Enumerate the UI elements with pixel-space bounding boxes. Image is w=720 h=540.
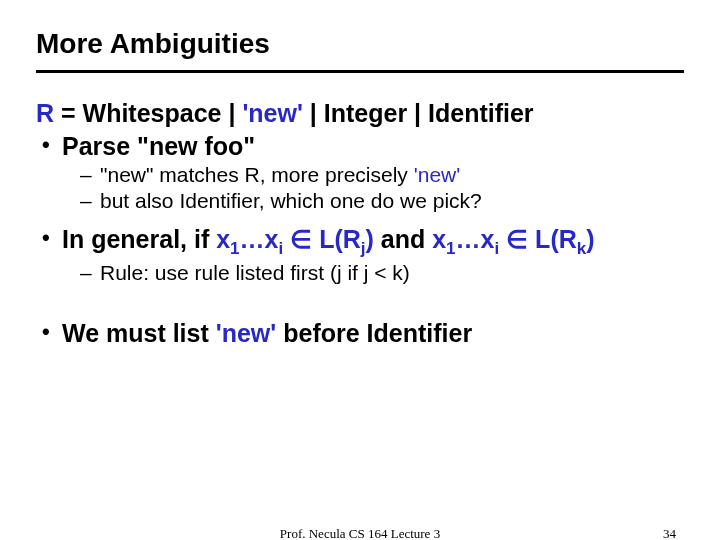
- slide: More Ambiguities R = Whitespace | 'new' …: [0, 0, 720, 348]
- gen-in: ∈: [283, 225, 319, 253]
- gen-sub1: 1: [230, 239, 239, 258]
- rdef-rhs-a: Whitespace |: [83, 99, 243, 127]
- gen-cl2: ): [586, 225, 594, 253]
- grammar-definition: R = Whitespace | 'new' | Integer | Ident…: [36, 99, 684, 128]
- gen-cl: ): [366, 225, 374, 253]
- subbullet-match-a: "new" matches R, more precisely: [100, 163, 414, 186]
- bullet-list-3: We must list 'new' before Identifier: [36, 319, 684, 348]
- bullet-mustlist: We must list 'new' before Identifier: [36, 319, 684, 348]
- gen-lrj: L(R: [319, 225, 361, 253]
- gen-a: In general, if: [62, 225, 216, 253]
- gen-xib: x: [481, 225, 495, 253]
- gen-sub1b: 1: [446, 239, 455, 258]
- gen-inb: ∈: [499, 225, 535, 253]
- subbullet-list-2: Rule: use rule listed first (j if j < k): [36, 261, 684, 285]
- rdef-eq: =: [61, 99, 83, 127]
- gen-subk: k: [577, 239, 586, 258]
- bullet-list-1: Parse "new foo": [36, 132, 684, 161]
- gen-lrk: L(R: [535, 225, 577, 253]
- gen-x1b: x: [432, 225, 446, 253]
- footer-center: Prof. Necula CS 164 Lecture 3: [0, 526, 720, 540]
- bullet-parse: Parse "new foo": [36, 132, 684, 161]
- mustlist-b: 'new': [216, 319, 277, 347]
- rdef-rhs-new: 'new': [242, 99, 303, 127]
- spacer: [36, 297, 684, 315]
- subbullet-match-b: 'new': [414, 163, 461, 186]
- page-number: 34: [663, 526, 676, 540]
- bullet-general: In general, if x1…xi ∈ L(Rj) and x1…xi ∈…: [36, 225, 684, 259]
- subbullet-rule: Rule: use rule listed first (j if j < k): [36, 261, 684, 285]
- gen-and: and: [374, 225, 432, 253]
- gen-x1: x: [216, 225, 230, 253]
- subbullet-match: "new" matches R, more precisely 'new': [36, 163, 684, 187]
- gen-xi: x: [265, 225, 279, 253]
- subbullet-also: but also Identifier, which one do we pic…: [36, 189, 684, 213]
- gen-dotsb: …: [456, 225, 481, 253]
- bullet-list-2: In general, if x1…xi ∈ L(Rj) and x1…xi ∈…: [36, 225, 684, 259]
- gen-dots: …: [240, 225, 265, 253]
- subbullet-list-1: "new" matches R, more precisely 'new' bu…: [36, 163, 684, 213]
- rdef-lhs: R: [36, 99, 61, 127]
- mustlist-c: before Identifier: [276, 319, 472, 347]
- rdef-rhs-c: | Integer | Identifier: [303, 99, 534, 127]
- slide-title: More Ambiguities: [36, 28, 684, 73]
- mustlist-a: We must list: [62, 319, 216, 347]
